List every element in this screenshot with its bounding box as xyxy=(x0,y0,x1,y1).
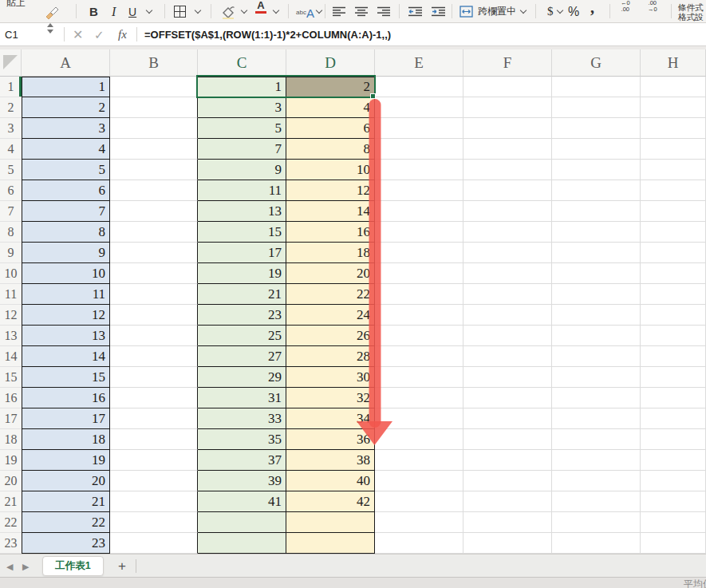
cell-G3[interactable] xyxy=(552,118,641,139)
cell-B9[interactable] xyxy=(110,243,198,263)
cell-D3[interactable]: 6 xyxy=(286,118,375,139)
cell-A7[interactable]: 7 xyxy=(22,201,110,222)
row-header-6[interactable]: 6 xyxy=(0,180,22,201)
currency-format-button[interactable]: $ xyxy=(547,0,554,23)
cell-B2[interactable] xyxy=(110,97,198,118)
paste-button[interactable]: 貼上 xyxy=(6,0,26,10)
add-sheet-button[interactable]: + xyxy=(113,556,131,576)
cell-B6[interactable] xyxy=(110,180,198,201)
row-header-20[interactable]: 20 xyxy=(0,471,22,491)
cell-A6[interactable]: 6 xyxy=(22,180,110,201)
cell-F9[interactable] xyxy=(463,243,552,263)
percent-format-button[interactable]: % xyxy=(568,0,579,23)
row-header-7[interactable]: 7 xyxy=(0,201,22,222)
cell-D20[interactable]: 40 xyxy=(286,471,375,491)
row-header-15[interactable]: 15 xyxy=(0,367,22,388)
cell-G22[interactable] xyxy=(552,512,641,533)
row-header-23[interactable]: 23 xyxy=(0,533,22,554)
cell-E5[interactable] xyxy=(375,160,463,180)
cell-D10[interactable]: 20 xyxy=(286,263,375,284)
formula-input[interactable]: =OFFSET($A$1,(ROW(1:1)-1)*2+COLUMN(A:A)-… xyxy=(144,23,391,46)
cell-E14[interactable] xyxy=(375,346,463,367)
borders-dropdown-chevron-icon[interactable] xyxy=(195,0,200,23)
cell-D2[interactable]: 4 xyxy=(286,97,375,118)
cell-A19[interactable]: 19 xyxy=(22,450,110,471)
row-header-14[interactable]: 14 xyxy=(0,346,22,367)
merge-center-button[interactable] xyxy=(459,0,473,23)
cell-F3[interactable] xyxy=(463,118,552,139)
cell-A10[interactable]: 10 xyxy=(22,263,110,284)
cell-C2[interactable]: 3 xyxy=(198,97,286,118)
fill-color-button[interactable] xyxy=(220,0,236,23)
cell-H6[interactable] xyxy=(641,180,706,201)
decrease-indent-button[interactable] xyxy=(408,0,423,23)
cell-E20[interactable] xyxy=(375,471,463,491)
cell-G20[interactable] xyxy=(552,471,641,491)
cell-B11[interactable] xyxy=(110,284,198,305)
spinner-down-icon[interactable] xyxy=(47,30,53,34)
cell-C1[interactable]: 1 xyxy=(198,77,286,97)
cell-C7[interactable]: 13 xyxy=(198,201,286,222)
cell-C20[interactable]: 39 xyxy=(198,471,286,491)
cell-H22[interactable] xyxy=(641,512,706,533)
name-box[interactable]: C1 xyxy=(5,23,18,46)
cell-E11[interactable] xyxy=(375,284,463,305)
cell-A15[interactable]: 15 xyxy=(22,367,110,388)
cell-E13[interactable] xyxy=(375,326,463,346)
cell-G9[interactable] xyxy=(552,243,641,263)
cell-B4[interactable] xyxy=(110,139,198,160)
cell-A8[interactable]: 8 xyxy=(22,222,110,243)
cell-B16[interactable] xyxy=(110,388,198,408)
cell-G21[interactable] xyxy=(552,491,641,512)
cell-A20[interactable]: 20 xyxy=(22,471,110,491)
cell-E6[interactable] xyxy=(375,180,463,201)
row-header-13[interactable]: 13 xyxy=(0,326,22,346)
cell-D5[interactable]: 10 xyxy=(286,160,375,180)
increase-indent-button[interactable] xyxy=(431,0,446,23)
column-header-E[interactable]: E xyxy=(375,49,463,77)
cell-C17[interactable]: 33 xyxy=(198,408,286,429)
cell-B20[interactable] xyxy=(110,471,198,491)
cell-B23[interactable] xyxy=(110,533,198,554)
cell-H8[interactable] xyxy=(641,222,706,243)
cell-B21[interactable] xyxy=(110,491,198,512)
comma-format-button[interactable]: , xyxy=(590,0,594,18)
cell-F7[interactable] xyxy=(463,201,552,222)
cell-A11[interactable]: 11 xyxy=(22,284,110,305)
cell-F20[interactable] xyxy=(463,471,552,491)
cell-A2[interactable]: 2 xyxy=(22,97,110,118)
cell-E4[interactable] xyxy=(375,139,463,160)
cell-A18[interactable]: 18 xyxy=(22,429,110,450)
row-header-3[interactable]: 3 xyxy=(0,118,22,139)
cell-G23[interactable] xyxy=(552,533,641,554)
cell-C22[interactable] xyxy=(198,512,286,533)
bold-button[interactable]: B xyxy=(89,0,98,23)
underline-dropdown-chevron-icon[interactable] xyxy=(147,0,152,23)
cell-G11[interactable] xyxy=(552,284,641,305)
cell-F13[interactable] xyxy=(463,326,552,346)
cell-G5[interactable] xyxy=(552,160,641,180)
column-header-H[interactable]: H xyxy=(641,49,706,77)
cell-D7[interactable]: 14 xyxy=(286,201,375,222)
cell-E9[interactable] xyxy=(375,243,463,263)
cell-E18[interactable] xyxy=(375,429,463,450)
cell-E1[interactable] xyxy=(375,77,463,97)
cell-G19[interactable] xyxy=(552,450,641,471)
cell-G17[interactable] xyxy=(552,408,641,429)
cell-D22[interactable] xyxy=(286,512,375,533)
cell-B12[interactable] xyxy=(110,305,198,326)
cell-B19[interactable] xyxy=(110,450,198,471)
insert-function-icon[interactable]: fx xyxy=(118,23,127,46)
cell-A23[interactable]: 23 xyxy=(22,533,110,554)
cell-F23[interactable] xyxy=(463,533,552,554)
cell-C10[interactable]: 19 xyxy=(198,263,286,284)
conditional-formatting-button[interactable]: 條件式 格式設 xyxy=(678,0,704,23)
decrease-decimal-button[interactable]: .00 →0 xyxy=(648,0,657,23)
font-color-chevron-icon[interactable] xyxy=(274,0,278,23)
cell-F5[interactable] xyxy=(463,160,552,180)
cell-E12[interactable] xyxy=(375,305,463,326)
cell-D19[interactable]: 38 xyxy=(286,450,375,471)
row-header-5[interactable]: 5 xyxy=(0,160,22,180)
cell-F21[interactable] xyxy=(463,491,552,512)
cell-D11[interactable]: 22 xyxy=(286,284,375,305)
